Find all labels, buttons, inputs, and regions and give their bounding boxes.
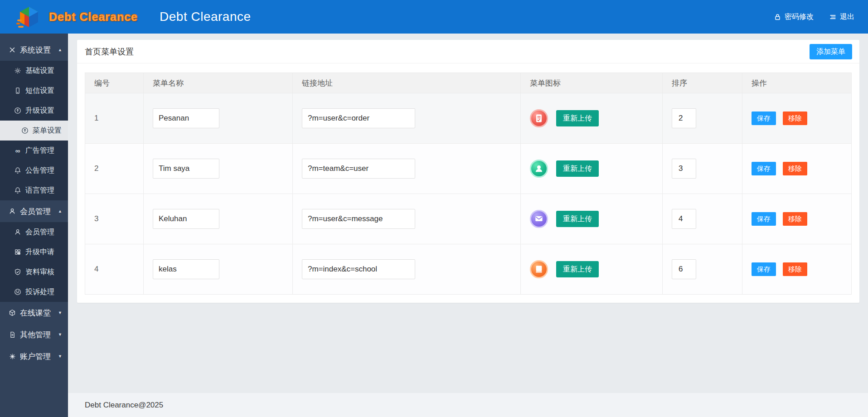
system-settings-submenu: 基础设置 短信设置 升级设置 菜单设置 ∞ 广告管理 bbox=[0, 61, 68, 200]
lock-icon bbox=[774, 13, 781, 21]
sort-input[interactable] bbox=[672, 159, 696, 179]
save-button[interactable]: 保存 bbox=[752, 212, 776, 226]
sidebar-item-announcement-management[interactable]: 公告管理 bbox=[0, 160, 68, 180]
row-id: 2 bbox=[85, 144, 144, 194]
sidebar-item-basic-settings[interactable]: 基础设置 bbox=[0, 61, 68, 81]
col-header-sort: 排序 bbox=[663, 73, 742, 93]
main-content: 首页菜单设置 添加菜单 编号 菜单名称 链接地址 菜单图标 排序 操作 1 bbox=[68, 34, 868, 417]
table-row: 2 重新上传 保存 移除 bbox=[85, 144, 852, 194]
menu-name-input[interactable] bbox=[153, 259, 219, 279]
sort-input[interactable] bbox=[672, 108, 696, 128]
menu-link-input[interactable] bbox=[302, 209, 415, 229]
logout-label: 退出 bbox=[840, 12, 854, 22]
remove-button[interactable]: 移除 bbox=[783, 112, 807, 125]
user-icon bbox=[8, 207, 16, 215]
bell-icon bbox=[14, 186, 22, 194]
footer: Debt Clearance@2025 bbox=[68, 393, 868, 417]
page-title: Debt Clearance bbox=[160, 10, 251, 24]
gear-icon bbox=[8, 352, 16, 360]
document-icon bbox=[8, 330, 16, 339]
logo-wordmark: Debt Clearance bbox=[49, 10, 138, 24]
row-id: 3 bbox=[85, 194, 144, 244]
footer-text: Debt Clearance@2025 bbox=[85, 401, 163, 410]
sad-face-icon bbox=[14, 288, 22, 296]
gear-icon bbox=[14, 67, 22, 75]
sidebar-item-sms-settings[interactable]: 短信设置 bbox=[0, 81, 68, 101]
col-header-name: 菜单名称 bbox=[144, 73, 293, 93]
shield-check-icon bbox=[14, 268, 22, 276]
reupload-button[interactable]: 重新上传 bbox=[556, 211, 599, 227]
menu-name-input[interactable] bbox=[153, 159, 219, 179]
menu-link-input[interactable] bbox=[302, 159, 415, 179]
content-spacer bbox=[68, 303, 868, 393]
col-header-id: 编号 bbox=[85, 73, 144, 93]
row-id: 4 bbox=[85, 244, 144, 295]
sidebar-item-member-management-group[interactable]: 会员管理 ▲ bbox=[0, 200, 68, 222]
save-button[interactable]: 保存 bbox=[752, 112, 776, 125]
logout-icon bbox=[829, 13, 837, 21]
table-row: 1 重新上传 保存 移除 bbox=[85, 93, 852, 144]
remove-button[interactable]: 移除 bbox=[783, 162, 807, 175]
sidebar-item-online-classroom[interactable]: 在线课堂 ▼ bbox=[0, 302, 68, 324]
infinity-icon: ∞ bbox=[14, 146, 22, 155]
wrench-icon bbox=[8, 46, 16, 54]
change-password-label: 密码修改 bbox=[785, 12, 814, 22]
reupload-button[interactable]: 重新上传 bbox=[556, 160, 599, 177]
reupload-button[interactable]: 重新上传 bbox=[556, 261, 599, 277]
chevron-down-icon: ▼ bbox=[58, 332, 62, 337]
user-badge-green-icon bbox=[530, 160, 548, 178]
sort-input[interactable] bbox=[672, 259, 696, 279]
sidebar-item-ad-management[interactable]: ∞ 广告管理 bbox=[0, 141, 68, 160]
menu-settings-card: 首页菜单设置 添加菜单 编号 菜单名称 链接地址 菜单图标 排序 操作 1 bbox=[77, 40, 859, 303]
sidebar-item-upgrade-application[interactable]: 升级申请 bbox=[0, 242, 68, 262]
arrow-up-circle-icon bbox=[21, 126, 29, 135]
col-header-actions: 操作 bbox=[742, 73, 852, 93]
chevron-up-icon: ▲ bbox=[58, 48, 62, 52]
menu-name-input[interactable] bbox=[153, 108, 219, 128]
menu-table-wrapper: 编号 菜单名称 链接地址 菜单图标 排序 操作 1 bbox=[77, 63, 859, 295]
menu-name-input[interactable] bbox=[153, 209, 219, 229]
sidebar: 系统设置 ▲ 基础设置 短信设置 升级设置 菜单设置 bbox=[0, 34, 68, 417]
app-logo-icon bbox=[16, 4, 42, 29]
arrow-up-circle-icon bbox=[14, 107, 22, 115]
col-header-icon: 菜单图标 bbox=[521, 73, 663, 93]
order-badge-red-icon bbox=[530, 109, 548, 127]
grid-icon bbox=[14, 248, 22, 256]
row-id: 1 bbox=[85, 93, 144, 144]
card-title: 首页菜单设置 bbox=[77, 40, 859, 63]
chevron-down-icon: ▼ bbox=[58, 354, 62, 359]
member-management-submenu: 会员管理 升级申请 资料审核 投诉处理 bbox=[0, 222, 68, 302]
bell-icon bbox=[14, 166, 22, 175]
sidebar-item-data-review[interactable]: 资料审核 bbox=[0, 262, 68, 282]
sidebar-item-account-management[interactable]: 账户管理 ▼ bbox=[0, 345, 68, 367]
sidebar-item-language-management[interactable]: 语言管理 bbox=[0, 180, 68, 200]
sidebar-item-menu-settings[interactable]: 菜单设置 bbox=[0, 121, 68, 141]
chevron-up-icon: ▲ bbox=[58, 209, 62, 213]
reupload-button[interactable]: 重新上传 bbox=[556, 110, 599, 126]
sort-input[interactable] bbox=[672, 209, 696, 229]
mail-badge-purple-icon bbox=[530, 210, 548, 228]
menu-table: 编号 菜单名称 链接地址 菜单图标 排序 操作 1 bbox=[85, 73, 852, 295]
change-password-button[interactable]: 密码修改 bbox=[774, 12, 814, 22]
sidebar-item-upgrade-settings[interactable]: 升级设置 bbox=[0, 101, 68, 121]
table-row: 4 重新上传 保存 移除 bbox=[85, 244, 852, 295]
menu-link-input[interactable] bbox=[302, 259, 415, 279]
remove-button[interactable]: 移除 bbox=[783, 262, 807, 276]
table-header-row: 编号 菜单名称 链接地址 菜单图标 排序 操作 bbox=[85, 73, 852, 93]
logout-button[interactable]: 退出 bbox=[829, 12, 854, 22]
table-row: 3 重新上传 保存 移除 bbox=[85, 194, 852, 244]
add-menu-button[interactable]: 添加菜单 bbox=[810, 44, 852, 59]
sidebar-item-other-management[interactable]: 其他管理 ▼ bbox=[0, 324, 68, 345]
cube-icon bbox=[8, 309, 16, 317]
book-badge-orange-icon bbox=[530, 260, 548, 278]
save-button[interactable]: 保存 bbox=[752, 162, 776, 175]
sidebar-item-system-settings[interactable]: 系统设置 ▲ bbox=[0, 39, 68, 61]
save-button[interactable]: 保存 bbox=[752, 262, 776, 276]
remove-button[interactable]: 移除 bbox=[783, 212, 807, 226]
sidebar-item-member-management[interactable]: 会员管理 bbox=[0, 222, 68, 242]
app-header: Debt Clearance Debt Clearance 密码修改 退出 bbox=[0, 0, 868, 34]
menu-link-input[interactable] bbox=[302, 108, 415, 128]
mobile-icon bbox=[14, 87, 22, 95]
col-header-link: 链接地址 bbox=[293, 73, 521, 93]
sidebar-item-complaint-handling[interactable]: 投诉处理 bbox=[0, 282, 68, 302]
